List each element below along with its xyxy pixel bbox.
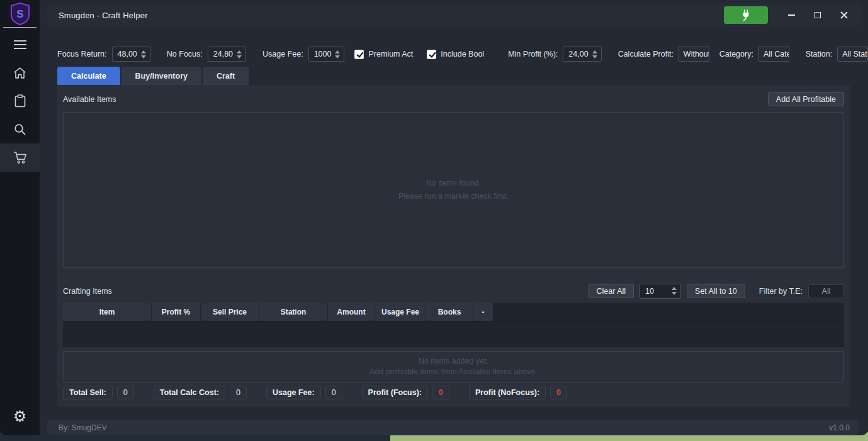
sidebar-item-cart[interactable]	[0, 143, 40, 172]
column-header-profit: Profit %	[152, 303, 200, 321]
arrow-down-icon[interactable]	[141, 55, 146, 59]
station-select[interactable]: All Stations	[837, 47, 868, 62]
min-profit-spinner[interactable]: 24,00	[563, 47, 601, 62]
minimize-button[interactable]	[786, 9, 797, 21]
tab-craft[interactable]: Craft	[203, 67, 249, 85]
version-label: v1.0.0	[829, 423, 850, 432]
arrow-up-icon[interactable]	[237, 50, 242, 53]
sidebar-item-search[interactable]	[0, 115, 40, 143]
sidebar-item-home[interactable]	[0, 59, 40, 87]
spinner-arrows[interactable]	[334, 50, 344, 59]
amount-spinner[interactable]: 10	[640, 284, 681, 299]
sidebar-item-menu[interactable]	[0, 30, 40, 59]
sidebar: S	[0, 0, 40, 435]
total-calc-cost-label: Total Calc Cost:	[154, 386, 225, 399]
usage-fee-spinner[interactable]: 1000	[308, 47, 345, 62]
close-button[interactable]	[838, 9, 850, 21]
focus-return-value: 48,00	[113, 50, 140, 59]
filter-te-select[interactable]: All	[808, 284, 844, 298]
crafting-empty-line1: No items added yet.	[419, 356, 488, 367]
add-all-profitable-button[interactable]: Add All Profitable	[768, 92, 844, 106]
arrow-down-icon[interactable]	[592, 55, 597, 59]
premium-account-label: Premium Act	[368, 50, 413, 59]
column-header-remove: -	[473, 303, 493, 321]
no-focus-spinner[interactable]: 24,80	[208, 47, 246, 62]
total-sell-label: Total Sell:	[63, 386, 113, 399]
no-focus-value: 24,80	[208, 50, 235, 59]
usage-fee-label: Usage Fee:	[262, 50, 303, 59]
include-bool-label: Include Bool	[441, 50, 484, 59]
no-focus-label: No Focus:	[167, 50, 203, 59]
calculate-profit-label: Calculate Profit:	[618, 50, 674, 59]
available-items-empty-line2: Please run a market check first.	[398, 191, 509, 202]
column-header-books: Books	[426, 303, 473, 321]
arrow-down-icon[interactable]	[335, 55, 340, 59]
crafting-items-table: Item Profit % Sell Price Station Amount …	[63, 303, 844, 347]
clipboard-icon	[14, 94, 26, 108]
arrow-down-icon[interactable]	[237, 55, 242, 59]
menu-icon	[13, 40, 27, 50]
arrow-up-icon[interactable]	[335, 50, 340, 53]
checkbox-checked-icon[interactable]	[427, 50, 436, 59]
min-profit-label: Min Profit (%):	[508, 50, 558, 59]
premium-account-checkbox[interactable]: Premium Act	[354, 50, 413, 59]
checkbox-checked-icon[interactable]	[354, 50, 364, 59]
crafting-table-body	[63, 321, 844, 347]
filter-by-te-label: Filter by T.E:	[759, 287, 803, 296]
sidebar-item-settings[interactable]: ⚙	[0, 402, 40, 430]
connect-button[interactable]	[724, 6, 768, 24]
shield-logo-icon: S	[10, 3, 30, 25]
category-label: Category:	[719, 50, 753, 59]
crafting-items-empty-state: No items added yet. Add profitable items…	[63, 351, 844, 382]
gear-icon: ⚙	[13, 409, 27, 424]
status-bar: By: SmugDEV v1.0.0	[47, 420, 859, 435]
column-header-station: Station	[259, 303, 327, 321]
spinner-arrows[interactable]	[235, 50, 245, 59]
tab-bar: Calculate Buy/Inventory Craft	[40, 67, 868, 85]
home-icon	[13, 67, 26, 79]
calculate-tab-panel: Available Items Add All Profitable No it…	[57, 85, 850, 407]
spinner-arrows[interactable]	[140, 50, 150, 59]
include-bool-checkbox[interactable]: Include Bool	[427, 50, 484, 59]
app-logo: S	[0, 0, 40, 27]
sidebar-item-clipboard[interactable]	[0, 87, 40, 115]
crafting-items-title: Crafting Items	[63, 287, 112, 296]
category-select[interactable]: All Categor	[758, 47, 789, 62]
close-icon	[840, 11, 848, 19]
min-profit-value: 24,00	[563, 50, 590, 59]
arrow-down-icon[interactable]	[672, 292, 677, 295]
profit-focus-label: Profit (Focus):	[362, 386, 428, 399]
plug-icon	[739, 8, 753, 22]
available-items-list: No items found. Please run a market chec…	[63, 112, 844, 268]
profit-focus-value: 0	[432, 386, 449, 399]
calculate-profit-select[interactable]: Without Fo	[679, 47, 709, 62]
titlebar: Smugden - Craft Helper	[47, 4, 861, 26]
tab-calculate[interactable]: Calculate	[57, 67, 120, 85]
profit-nofocus-value: 0	[550, 386, 567, 399]
total-calc-cost-value: 0	[230, 386, 247, 399]
spinner-arrows[interactable]	[670, 287, 680, 295]
arrow-up-icon[interactable]	[672, 287, 677, 290]
app-window: S	[0, 0, 868, 435]
amount-value: 10	[640, 287, 657, 296]
usage-fee-value: 1000	[309, 50, 334, 59]
profit-nofocus-label: Profit (NoFocus):	[469, 386, 546, 399]
crafting-table-header: Item Profit % Sell Price Station Amount …	[63, 303, 844, 321]
spinner-arrows[interactable]	[591, 50, 601, 59]
station-label: Station:	[806, 50, 832, 59]
settings-toolbar: Focus Return: 48,00 No Focus: 24,80 Usag…	[40, 46, 868, 62]
arrow-up-icon[interactable]	[141, 50, 146, 53]
sidebar-divider	[3, 27, 37, 28]
window-title: Smugden - Craft Helper	[59, 11, 148, 20]
maximize-button[interactable]	[812, 9, 823, 21]
clear-all-button[interactable]: Clear All	[589, 284, 634, 298]
arrow-up-icon[interactable]	[592, 50, 597, 53]
total-sell-value: 0	[117, 386, 134, 399]
focus-return-label: Focus Return:	[57, 50, 107, 59]
main-area: Smugden - Craft Helper Focus Return: 48,…	[40, 0, 868, 435]
set-all-to-10-button[interactable]: Set All to 10	[687, 284, 745, 298]
tab-buy-inventory[interactable]: Buy/Inventory	[121, 67, 201, 85]
focus-return-spinner[interactable]: 48,00	[112, 47, 150, 62]
available-items-title: Available Items	[63, 95, 116, 104]
minimize-icon	[788, 14, 795, 16]
